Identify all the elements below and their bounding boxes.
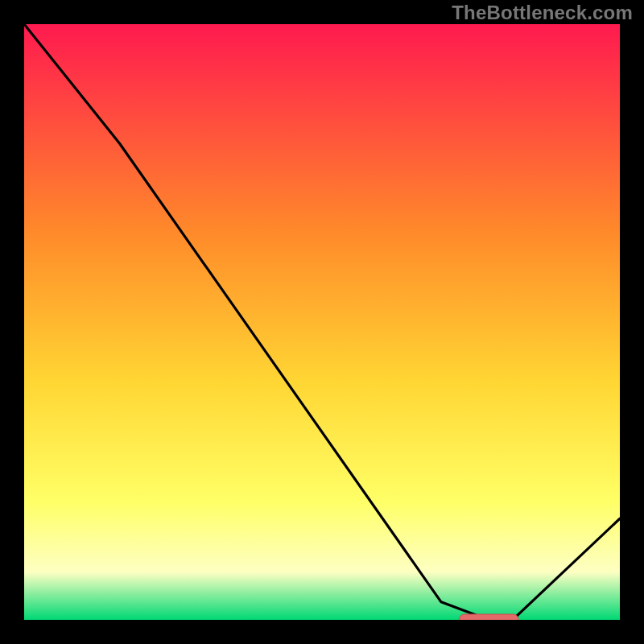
optimum-marker xyxy=(459,614,518,620)
bottleneck-chart xyxy=(24,24,620,620)
chart-frame: TheBottleneck.com xyxy=(0,0,644,644)
plot-area xyxy=(24,24,620,620)
watermark-text: TheBottleneck.com xyxy=(452,2,633,24)
gradient-background xyxy=(24,24,620,620)
